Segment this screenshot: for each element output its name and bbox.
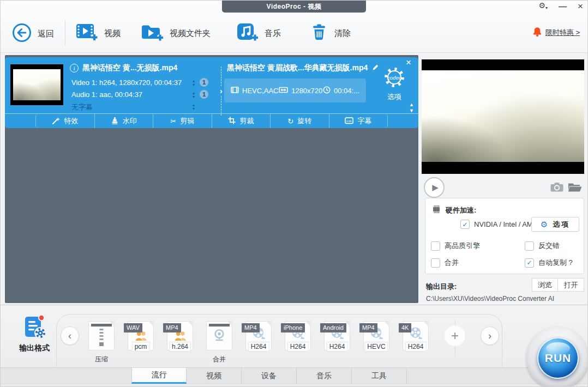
format-tile-iphone-h264[interactable]: H264 iPhone bbox=[285, 321, 311, 371]
gpu-checkbox[interactable]: ✓ bbox=[460, 220, 470, 229]
auto-copy-checkbox[interactable]: ✓ bbox=[525, 258, 534, 268]
merge-checkbox-row[interactable]: ✓ 合并 bbox=[431, 258, 459, 268]
options-gear-icon: ⚙ bbox=[541, 220, 548, 228]
category-tab-bar: 流行 视频 设备 音乐 工具 bbox=[1, 367, 588, 384]
preview-player[interactable] bbox=[422, 59, 584, 174]
output-format-button[interactable]: 输出格式 bbox=[18, 314, 51, 353]
tab-rotate[interactable]: ↻ 旋转 bbox=[270, 114, 329, 128]
clear-button[interactable]: 清除 bbox=[309, 22, 351, 44]
trash-icon bbox=[309, 22, 329, 44]
output-format-label: 输出格式 bbox=[18, 343, 51, 353]
minimize-icon[interactable]: — bbox=[559, 1, 567, 13]
clock-icon bbox=[323, 86, 331, 95]
format-badge: MP4 bbox=[163, 323, 181, 332]
tab-watermark[interactable]: 水印 bbox=[94, 114, 153, 128]
card-close-icon[interactable]: × bbox=[406, 58, 411, 68]
close-icon[interactable]: × bbox=[578, 1, 583, 13]
browse-button[interactable]: 浏览 bbox=[532, 278, 558, 292]
add-video-button[interactable]: 视频 bbox=[76, 22, 121, 44]
open-folder-icon[interactable] bbox=[568, 182, 582, 194]
codec-gear-icon: codec bbox=[382, 66, 407, 89]
source-filename: 黑神话悟空 黄...无损版.mp4 bbox=[82, 63, 177, 73]
tab-music-category[interactable]: 音乐 bbox=[297, 368, 352, 384]
format-tile-compress[interactable]: 压缩 bbox=[88, 321, 115, 371]
stamp-icon bbox=[111, 117, 119, 126]
tab-subtitle[interactable]: 字幕 bbox=[329, 114, 388, 128]
tab-rotate-label: 旋转 bbox=[297, 116, 311, 126]
back-arrow-icon bbox=[11, 22, 32, 45]
edit-pencil-icon[interactable] bbox=[372, 63, 379, 73]
format-badge: iPhone bbox=[281, 323, 305, 332]
promo-banner[interactable]: 限时特惠 > bbox=[533, 27, 580, 39]
deinterlace-checkbox-row[interactable]: ✓ 反交错 bbox=[525, 241, 560, 251]
tab-subtitle-label: 字幕 bbox=[357, 116, 371, 126]
tab-trim-label: 剪辑 bbox=[180, 116, 194, 126]
add-video-label: 视频 bbox=[104, 28, 121, 39]
subtitle-spinner[interactable]: ▴▾ bbox=[191, 103, 196, 111]
scroll-left-button[interactable]: ‹ bbox=[61, 326, 79, 345]
gpu-checkbox-row[interactable]: ✓ NVIDIA / Intel / AMD bbox=[460, 220, 538, 229]
film-icon bbox=[231, 87, 239, 95]
add-video-folder-button[interactable]: 视频文件夹 bbox=[141, 22, 211, 44]
format-tile-mp4-h264[interactable]: H264 MP4 bbox=[245, 321, 272, 371]
add-music-icon bbox=[236, 22, 259, 44]
tab-device[interactable]: 设备 bbox=[242, 368, 297, 384]
format-tile-android-h264[interactable]: H264 Android bbox=[324, 321, 350, 371]
merge-label: 合并 bbox=[445, 258, 459, 268]
format-tile-wav-pcm[interactable]: pcm WAV bbox=[128, 321, 154, 371]
format-tile-4k-h264[interactable]: H264 4K bbox=[403, 321, 429, 371]
subtitle-info: 无字幕 bbox=[71, 102, 93, 112]
video-track-spinner[interactable]: ▴▾ bbox=[191, 79, 196, 87]
tab-popular[interactable]: 流行 bbox=[131, 368, 187, 384]
settings-gear-icon[interactable]: ⚙▾ bbox=[538, 0, 548, 14]
promo-link[interactable]: 限时特惠 > bbox=[545, 28, 580, 38]
hq-engine-checkbox-row[interactable]: ✓ 高品质引擎 bbox=[431, 241, 480, 251]
toolbar: 返回 视频 视频文件夹 音乐 清除 限时特惠 > bbox=[1, 13, 587, 53]
subtitle-icon bbox=[345, 117, 353, 125]
deinterlace-checkbox[interactable]: ✓ bbox=[525, 241, 534, 251]
tab-toolbox[interactable]: 工具 bbox=[352, 368, 407, 384]
hardware-options-button[interactable]: ⚙ 选项 bbox=[531, 217, 579, 232]
clear-label: 清除 bbox=[334, 28, 351, 39]
gpu-label: NVIDIA / Intel / AMD bbox=[474, 220, 538, 228]
add-format-button[interactable]: + bbox=[445, 325, 465, 346]
format-tile-mp4-h264-audio[interactable]: h.264 MP4 bbox=[167, 321, 193, 371]
tab-video-category[interactable]: 视频 bbox=[187, 368, 242, 384]
format-caption: 合并 bbox=[206, 355, 232, 364]
webcam-icon bbox=[213, 329, 226, 341]
format-tile-merge[interactable]: 合并 bbox=[206, 321, 232, 371]
zip-icon bbox=[100, 329, 104, 342]
tab-effects[interactable]: 特效 bbox=[36, 114, 94, 128]
hq-engine-checkbox[interactable]: ✓ bbox=[431, 241, 440, 251]
back-button[interactable]: 返回 bbox=[11, 22, 54, 45]
window-title: VideoProc - 视频 bbox=[222, 1, 366, 13]
auto-copy-checkbox-row[interactable]: ✓ 自动复制 ? bbox=[525, 258, 573, 268]
hardware-accel-title: 硬件加速: bbox=[446, 205, 476, 215]
duration-chip: 00:04:... bbox=[323, 86, 359, 95]
deinterlace-label: 反交错 bbox=[538, 241, 560, 251]
edit-tab-bar: 特效 水印 ✂ 剪辑 剪裁 ↻ bbox=[5, 113, 418, 128]
tab-trim[interactable]: ✂ 剪辑 bbox=[153, 114, 212, 128]
main-area: i 黑神话悟空 黄...无损版.mp4 Video 1: h264, 1280x… bbox=[1, 53, 588, 305]
add-music-button[interactable]: 音乐 bbox=[236, 22, 281, 44]
format-badge: 4K bbox=[399, 323, 411, 332]
audio-track-info: Audio 1: aac, 00:04:37 bbox=[71, 90, 142, 99]
snapshot-camera-icon[interactable] bbox=[550, 182, 563, 194]
format-tile-mp4-hevc[interactable]: HEVC MP4 bbox=[363, 321, 389, 371]
scroll-right-button[interactable]: › bbox=[481, 326, 499, 345]
info-icon[interactable]: i bbox=[70, 64, 79, 72]
tab-crop[interactable]: 剪裁 bbox=[212, 114, 271, 128]
run-button[interactable]: RUN bbox=[537, 337, 579, 379]
play-button[interactable]: ▶ bbox=[424, 177, 445, 198]
open-button[interactable]: 打开 bbox=[558, 278, 584, 292]
format-codec: H264 bbox=[248, 342, 269, 352]
audio-track-spinner[interactable]: ▴▾ bbox=[191, 91, 196, 99]
merge-checkbox[interactable]: ✓ bbox=[431, 258, 440, 268]
hq-engine-label: 高品质引擎 bbox=[445, 241, 480, 251]
video-track-count: 1 bbox=[200, 78, 208, 87]
codec-options-button[interactable]: codec 选项 bbox=[380, 66, 409, 102]
add-video-folder-label: 视频文件夹 bbox=[170, 28, 211, 39]
resolution-value: 1280x720 bbox=[291, 87, 322, 95]
card-scroll-arrows[interactable]: ▲▼ bbox=[409, 102, 414, 114]
video-thumbnail[interactable] bbox=[10, 64, 63, 105]
